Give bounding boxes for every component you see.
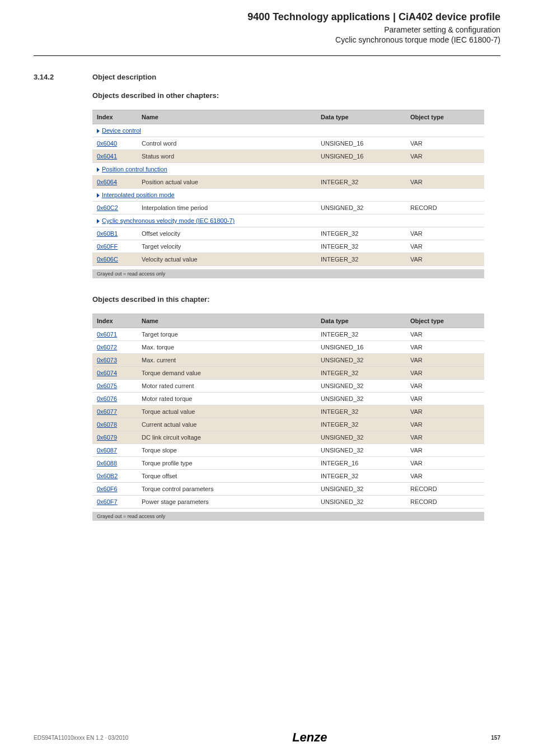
caret-icon <box>97 167 100 172</box>
group-label: Device control <box>102 127 141 134</box>
index-link[interactable]: 0x6072 <box>97 344 117 351</box>
table-row: 0x6075 Motor rated current UNSIGNED_32 V… <box>92 380 484 393</box>
group-link-position-control[interactable]: Position control function <box>92 163 484 176</box>
index-link[interactable]: 0x6071 <box>97 331 117 338</box>
header-divider <box>34 55 500 56</box>
cell-otype: VAR <box>406 137 484 150</box>
cell-otype: VAR <box>406 405 484 418</box>
cell-name: Max. torque <box>137 341 316 354</box>
objects-other-table: Index Name Data type Object type Device … <box>92 110 484 266</box>
page-header: 9400 Technology applications | CiA402 de… <box>0 0 534 50</box>
index-link[interactable]: 0x6077 <box>97 408 117 415</box>
cell-name: DC link circuit voltage <box>137 431 316 444</box>
cell-otype: VAR <box>406 444 484 457</box>
caret-icon <box>97 129 100 133</box>
cell-dtype: INTEGER_32 <box>316 418 406 431</box>
table-note: Grayed out = read access only <box>92 512 484 521</box>
table-row: 0x6073 Max. current UNSIGNED_32 VAR <box>92 354 484 367</box>
index-link[interactable]: 0x6078 <box>97 421 117 428</box>
cell-dtype: UNSIGNED_32 <box>316 354 406 367</box>
table-row: 0x6040 Control word UNSIGNED_16 VAR <box>92 137 484 150</box>
cell-name: Position actual value <box>137 176 316 189</box>
index-link[interactable]: 0x6041 <box>97 153 117 160</box>
cell-name: Offset velocity <box>137 227 316 240</box>
cell-otype: VAR <box>406 253 484 266</box>
section-title: Object description <box>92 73 500 81</box>
cell-name: Target torque <box>137 328 316 341</box>
cell-otype: RECORD <box>406 496 484 508</box>
cell-name: Torque demand value <box>137 367 316 380</box>
cell-dtype: UNSIGNED_32 <box>316 444 406 457</box>
table-row: 0x6079 DC link circuit voltage UNSIGNED_… <box>92 431 484 444</box>
table-row: 0x60FF Target velocity INTEGER_32 VAR <box>92 240 484 253</box>
cell-otype: VAR <box>406 380 484 393</box>
cell-name: Torque offset <box>137 470 316 483</box>
header-subtitle-1: Parameter setting & configuration <box>34 25 500 34</box>
th-otype: Object type <box>406 110 484 124</box>
cell-dtype: INTEGER_32 <box>316 253 406 266</box>
cell-dtype: INTEGER_32 <box>316 470 406 483</box>
index-link[interactable]: 0x6074 <box>97 370 117 376</box>
group-link-interpolated-position[interactable]: Interpolated position mode <box>92 189 484 202</box>
index-link[interactable]: 0x6064 <box>97 179 117 185</box>
footer-doc-id: EDS94TA11010xxxx EN 1.2 · 03/2010 <box>34 735 128 741</box>
th-index: Index <box>92 314 137 328</box>
objects-this-table: Index Name Data type Object type 0x6071 … <box>92 314 484 508</box>
group-link-cyclic-velocity[interactable]: Cyclic synchronous velocity mode (IEC 61… <box>92 214 484 227</box>
th-dtype: Data type <box>316 314 406 328</box>
table-row: 0x6087 Torque slope UNSIGNED_32 VAR <box>92 444 484 457</box>
index-link[interactable]: 0x60C2 <box>97 204 118 211</box>
cell-name: Motor rated torque <box>137 393 316 405</box>
table-row: 0x6071 Target torque INTEGER_32 VAR <box>92 328 484 341</box>
cell-dtype: INTEGER_32 <box>316 240 406 253</box>
group-label: Cyclic synchronous velocity mode (IEC 61… <box>102 217 235 224</box>
table-row: 0x60B1 Offset velocity INTEGER_32 VAR <box>92 227 484 240</box>
index-link[interactable]: 0x6040 <box>97 140 117 147</box>
cell-otype: VAR <box>406 341 484 354</box>
index-link[interactable]: 0x60F7 <box>97 498 118 505</box>
index-link[interactable]: 0x6073 <box>97 357 117 363</box>
cell-dtype: UNSIGNED_32 <box>316 380 406 393</box>
cell-name: Torque control parameters <box>137 483 316 496</box>
cell-name: Max. current <box>137 354 316 367</box>
section-heading-row: 3.14.2 Object description <box>56 73 500 81</box>
cell-name: Motor rated current <box>137 380 316 393</box>
group-label: Interpolated position mode <box>102 192 175 198</box>
table-row: 0x60F6 Torque control parameters UNSIGNE… <box>92 483 484 496</box>
table-row: 0x6088 Torque profile type INTEGER_16 VA… <box>92 457 484 470</box>
index-link[interactable]: 0x6075 <box>97 382 117 389</box>
cell-name: Status word <box>137 150 316 163</box>
table-row: 0x60F7 Power stage parameters UNSIGNED_3… <box>92 496 484 508</box>
index-link[interactable]: 0x6076 <box>97 395 117 402</box>
header-subtitle-2: Cyclic synchronous torque mode (IEC 6180… <box>34 35 500 44</box>
index-link[interactable]: 0x60B1 <box>97 230 118 237</box>
cell-otype: VAR <box>406 150 484 163</box>
index-link[interactable]: 0x606C <box>97 256 118 263</box>
cell-name: Torque slope <box>137 444 316 457</box>
index-link[interactable]: 0x6079 <box>97 434 117 441</box>
cell-name: Torque actual value <box>137 405 316 418</box>
th-index: Index <box>92 110 137 124</box>
cell-dtype: UNSIGNED_32 <box>316 431 406 444</box>
cell-dtype: INTEGER_32 <box>316 176 406 189</box>
cell-otype: VAR <box>406 431 484 444</box>
table-row: 0x606C Velocity actual value INTEGER_32 … <box>92 253 484 266</box>
table-row: 0x60B2 Torque offset INTEGER_32 VAR <box>92 470 484 483</box>
cell-otype: VAR <box>406 354 484 367</box>
cell-name: Interpolation time period <box>137 202 316 214</box>
group-link-device-control[interactable]: Device control <box>92 124 484 137</box>
table-row: 0x6074 Torque demand value INTEGER_32 VA… <box>92 367 484 380</box>
table-note: Grayed out = read access only <box>92 269 484 278</box>
index-link[interactable]: 0x60F6 <box>97 486 118 492</box>
index-link[interactable]: 0x6088 <box>97 460 117 466</box>
cell-dtype: INTEGER_32 <box>316 367 406 380</box>
cell-otype: VAR <box>406 470 484 483</box>
cell-dtype: UNSIGNED_32 <box>316 202 406 214</box>
index-link[interactable]: 0x60FF <box>97 243 118 250</box>
caret-icon <box>97 219 100 223</box>
index-link[interactable]: 0x60B2 <box>97 473 118 479</box>
cell-dtype: UNSIGNED_16 <box>316 137 406 150</box>
subtitle-this-chapter: Objects described in this chapter: <box>92 295 500 304</box>
cell-otype: VAR <box>406 328 484 341</box>
index-link[interactable]: 0x6087 <box>97 447 117 454</box>
